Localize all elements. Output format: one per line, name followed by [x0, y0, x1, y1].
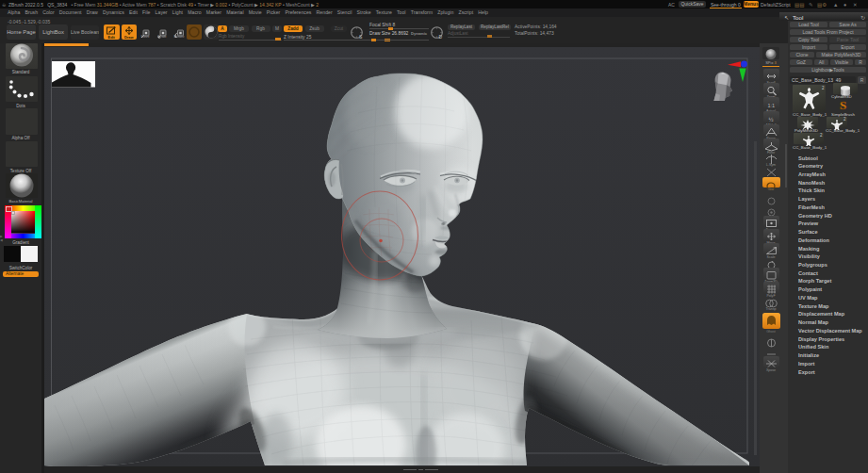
svg-text:1:1: 1:1: [767, 103, 775, 108]
svg-text:S: S: [840, 99, 846, 111]
svg-text:D: D: [439, 34, 443, 40]
svg-text:½: ½: [768, 117, 773, 122]
svg-text:S: S: [359, 34, 363, 40]
